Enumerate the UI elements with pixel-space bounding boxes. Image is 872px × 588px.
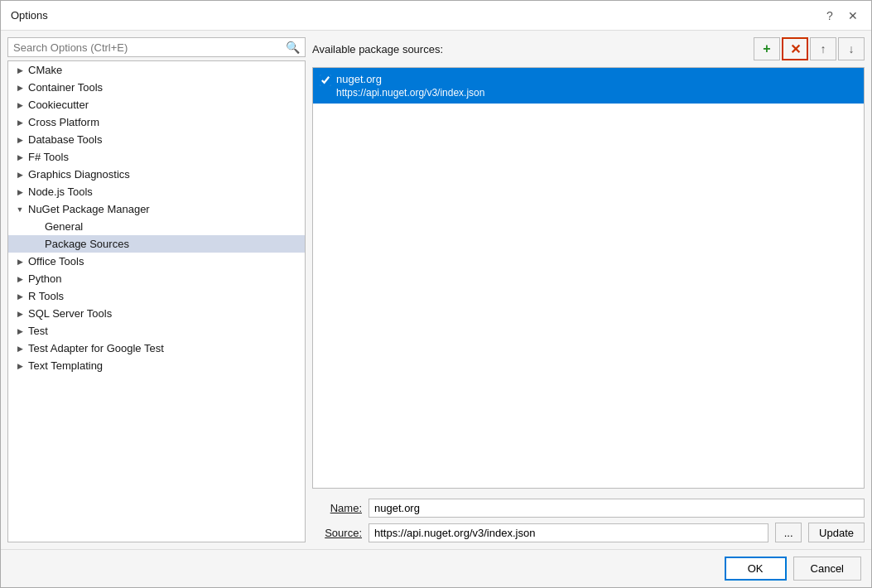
tree-item-label-python: Python <box>28 272 61 285</box>
tree-item-office-tools[interactable]: Office Tools <box>8 253 305 270</box>
tree-item-cookiecutter[interactable]: Cookiecutter <box>8 96 305 113</box>
tree-item-test[interactable]: Test <box>8 322 305 340</box>
dialog-body: 🔍 CMakeContainer ToolsCookiecutterCross … <box>1 31 871 549</box>
tree-item-cross-platform[interactable]: Cross Platform <box>8 113 305 131</box>
source-url-nuget-org: https://api.nuget.org/v3/index.json <box>336 87 484 99</box>
source-label: Source: <box>312 527 362 539</box>
tree-item-label-container-tools: Container Tools <box>28 81 103 94</box>
expand-arrow-python <box>15 274 25 284</box>
name-input[interactable] <box>369 499 865 518</box>
tree-item-graphics-diagnostics[interactable]: Graphics Diagnostics <box>8 166 305 183</box>
x-icon: ✕ <box>790 41 801 57</box>
tree-item-label-sql-server-tools: SQL Server Tools <box>28 307 112 320</box>
tree-item-label-general: General <box>45 220 83 233</box>
expand-arrow-cmake <box>15 65 25 75</box>
expand-arrow-text-templating <box>15 361 25 371</box>
tree-item-label-text-templating: Text Templating <box>28 359 103 372</box>
form-area: Name: Source: ... Update <box>312 495 865 542</box>
help-button[interactable]: ? <box>821 7 838 24</box>
title-bar-buttons: ? ✕ <box>821 7 861 24</box>
expand-arrow-cross-platform <box>15 118 25 128</box>
pkg-header-label: Available package sources: <box>312 43 443 55</box>
expand-arrow-database-tools <box>15 135 25 145</box>
search-input[interactable] <box>13 41 282 54</box>
title-bar: Options ? ✕ <box>1 1 871 31</box>
source-checkbox-nuget-org[interactable] <box>320 75 331 86</box>
tree-item-text-templating[interactable]: Text Templating <box>8 357 305 374</box>
pkg-header: Available package sources: + ✕ ↑ ↓ <box>312 37 865 60</box>
expand-arrow-test <box>15 326 25 336</box>
move-down-button[interactable]: ↓ <box>838 37 865 60</box>
source-form-row: Source: ... Update <box>312 523 865 542</box>
expand-arrow-container-tools <box>15 83 25 93</box>
expand-arrow-nuget-package-manager <box>15 205 25 214</box>
search-icon: 🔍 <box>286 41 300 54</box>
tree-item-database-tools[interactable]: Database Tools <box>8 131 305 148</box>
dialog-title: Options <box>11 9 48 22</box>
right-panel: Available package sources: + ✕ ↑ ↓ <box>312 37 865 542</box>
tree-item-label-test: Test <box>28 325 48 337</box>
browse-button[interactable]: ... <box>775 523 802 542</box>
source-input[interactable] <box>369 523 768 542</box>
name-form-row: Name: <box>312 499 865 518</box>
tree-item-label-cmake: CMake <box>28 64 62 76</box>
cancel-button[interactable]: Cancel <box>793 557 861 581</box>
source-name-nuget-org: nuget.org <box>336 73 484 85</box>
tree-item-nodejs-tools[interactable]: Node.js Tools <box>8 183 305 200</box>
dialog-footer: OK Cancel <box>1 549 871 587</box>
tree-item-sql-server-tools[interactable]: SQL Server Tools <box>8 305 305 322</box>
expand-arrow-r-tools <box>15 292 25 301</box>
tree-item-fsharp-tools[interactable]: F# Tools <box>8 148 305 166</box>
name-label: Name: <box>312 502 362 514</box>
tree-item-label-database-tools: Database Tools <box>28 133 102 146</box>
tree-item-label-package-sources: Package Sources <box>45 238 129 250</box>
expand-arrow-test-adapter-google-test <box>15 344 25 354</box>
tree-item-label-office-tools: Office Tools <box>28 255 84 267</box>
tree-item-package-sources[interactable]: Package Sources <box>8 235 305 253</box>
expand-arrow-fsharp-tools <box>15 152 25 162</box>
down-arrow-icon: ↓ <box>849 42 855 55</box>
tree-item-label-fsharp-tools: F# Tools <box>28 151 69 163</box>
tree-container[interactable]: CMakeContainer ToolsCookiecutterCross Pl… <box>7 60 306 542</box>
tree-item-label-cookiecutter: Cookiecutter <box>28 99 89 111</box>
tree-item-nuget-package-manager[interactable]: NuGet Package Manager <box>8 200 305 218</box>
tree-item-r-tools[interactable]: R Tools <box>8 287 305 305</box>
tree-item-label-graphics-diagnostics: Graphics Diagnostics <box>28 168 130 181</box>
expand-arrow-nodejs-tools <box>15 187 25 197</box>
expand-arrow-office-tools <box>15 257 25 267</box>
expand-arrow-sql-server-tools <box>15 309 25 319</box>
source-row-nuget-org[interactable]: nuget.orghttps://api.nuget.org/v3/index.… <box>313 68 864 104</box>
tree-item-python[interactable]: Python <box>8 270 305 287</box>
left-panel: 🔍 CMakeContainer ToolsCookiecutterCross … <box>7 37 306 542</box>
plus-icon: + <box>763 41 770 56</box>
move-up-button[interactable]: ↑ <box>810 37 836 60</box>
expand-arrow-graphics-diagnostics <box>15 170 25 180</box>
sources-list[interactable]: nuget.orghttps://api.nuget.org/v3/index.… <box>312 67 865 489</box>
tree-item-general[interactable]: General <box>8 218 305 235</box>
pkg-toolbar: + ✕ ↑ ↓ <box>754 37 865 60</box>
source-info-nuget-org: nuget.orghttps://api.nuget.org/v3/index.… <box>336 73 484 99</box>
add-source-button[interactable]: + <box>754 37 780 60</box>
up-arrow-icon: ↑ <box>821 42 826 55</box>
options-dialog: Options ? ✕ 🔍 CMakeContainer ToolsCookie… <box>0 0 872 588</box>
tree-item-label-test-adapter-google-test: Test Adapter for Google Test <box>28 342 164 354</box>
expand-arrow-cookiecutter <box>15 100 25 110</box>
update-button[interactable]: Update <box>808 523 865 542</box>
tree-item-label-cross-platform: Cross Platform <box>28 116 99 128</box>
remove-source-button[interactable]: ✕ <box>782 37 808 60</box>
tree-item-label-nuget-package-manager: NuGet Package Manager <box>28 203 150 215</box>
tree-item-label-r-tools: R Tools <box>28 290 64 302</box>
search-box: 🔍 <box>7 37 306 57</box>
close-button[interactable]: ✕ <box>845 7 861 24</box>
ok-button[interactable]: OK <box>725 557 787 581</box>
tree-item-container-tools[interactable]: Container Tools <box>8 79 305 96</box>
tree-item-label-nodejs-tools: Node.js Tools <box>28 186 93 198</box>
tree-item-cmake[interactable]: CMake <box>8 61 305 79</box>
tree-item-test-adapter-google-test[interactable]: Test Adapter for Google Test <box>8 340 305 357</box>
